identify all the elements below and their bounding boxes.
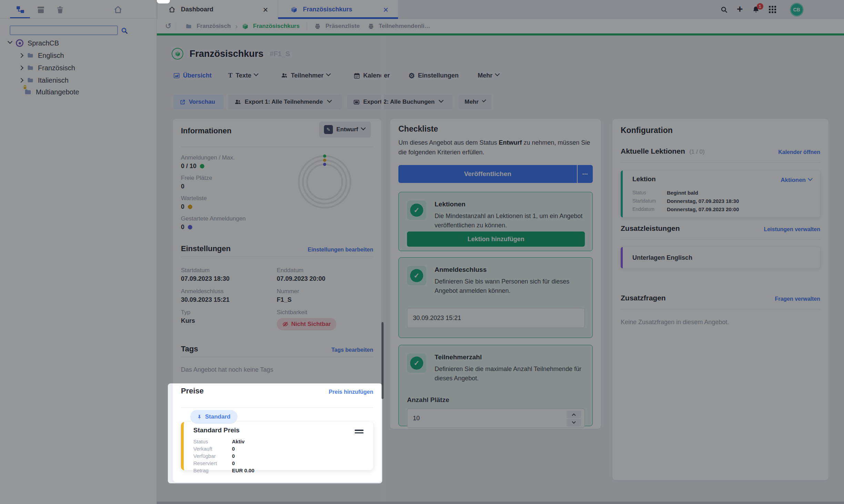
info-title: Informationen <box>181 126 232 135</box>
sidebar-search-input[interactable] <box>10 25 118 35</box>
export2-button[interactable]: Export 2: Alle Buchungen <box>347 94 452 110</box>
checklist-item-text: Die Mindestanzahl an Lektionen ist 1, um… <box>435 212 585 230</box>
page-title: Französischkurs <box>190 49 264 59</box>
kalender-oeffnen-link[interactable]: Kalender öffnen <box>778 149 820 155</box>
course-tab-kalender[interactable]: Kalender <box>354 70 390 81</box>
breadcrumb-item-active[interactable]: Französischkurs <box>253 23 299 30</box>
tab-dashboard[interactable]: Dashboard × <box>157 0 278 19</box>
stepper-down-button[interactable] <box>567 419 581 426</box>
zusatzleistungen-title: Zusatzleistungen <box>621 224 680 233</box>
tab-franzoesischkurs[interactable]: Französischkurs × <box>278 0 398 19</box>
tree-item-label: Multiangebote <box>36 88 79 96</box>
course-tab-uebersicht[interactable]: Übersicht <box>173 70 212 81</box>
preis-add-link[interactable]: Preis hinzufügen <box>329 389 373 395</box>
field-label: Typ <box>181 309 190 316</box>
add-icon[interactable]: + <box>737 4 743 14</box>
checklist-item-anmeldeschluss: ✓ Anmeldeschluss Definieren Sie bis wann… <box>398 257 593 338</box>
tree-item-englisch[interactable]: Englisch <box>19 50 64 61</box>
zusatzleistung-item[interactable]: Unterlagen Englisch <box>621 247 820 268</box>
printer-icon <box>314 23 321 30</box>
tab-label: Dashboard <box>181 6 213 13</box>
notifications-bell-icon[interactable]: 1 <box>752 6 760 13</box>
sidebar-search-icon[interactable] <box>121 27 128 34</box>
scrollbar-thumb[interactable] <box>382 322 384 399</box>
breadcrumb-item[interactable]: Teilnehmendenli… <box>379 23 430 30</box>
chevron-right-icon[interactable] <box>19 65 23 70</box>
drag-handle[interactable] <box>355 430 364 433</box>
history-icon[interactable]: ↺ <box>165 22 171 30</box>
apps-grid-icon[interactable] <box>769 6 776 13</box>
tab-label: Französischkurs <box>303 6 352 13</box>
sidebar-toolbar-divider <box>0 18 157 19</box>
more-button[interactable]: Mehr <box>458 94 491 110</box>
publish-button[interactable]: Veröffentlichen <box>398 165 577 183</box>
check-circle-icon: ✓ <box>410 357 423 370</box>
tree-item-multiangebote[interactable]: Multiangebote <box>24 86 79 98</box>
checklist-item-teilnehmerzahl: ✓ Teilnehmerzahl Definieren Sie die maxi… <box>398 345 593 426</box>
chevron-right-icon[interactable] <box>19 78 23 83</box>
check-circle-icon: ✓ <box>410 269 423 282</box>
close-icon[interactable]: × <box>263 5 268 14</box>
stat-label: Freie Plätze <box>181 175 212 182</box>
anmeldeschluss-input-value: 30.09.2023 15:21 <box>413 315 461 322</box>
lektion-row: Startdatum Donnerstag, 07.09.2023 18:30 <box>632 197 739 205</box>
status-dropdown[interactable]: ✎ Entwurf <box>319 122 371 137</box>
sidebar-home-icon[interactable] <box>114 6 122 14</box>
field-label: Enddatum <box>277 267 304 274</box>
folder-icon <box>27 77 34 84</box>
price-row: StatusAktiv <box>193 438 254 445</box>
anzahl-plaetze-input[interactable]: 10 <box>407 409 585 428</box>
preview-button[interactable]: Vorschau <box>173 94 224 110</box>
leistungen-verwalten-link[interactable]: Leistungen verwalten <box>764 226 820 233</box>
check-circle-icon: ✓ <box>410 204 423 217</box>
anmeldeschluss-input[interactable]: 30.09.2023 15:21 <box>407 308 585 328</box>
avatar[interactable]: CB <box>790 3 804 17</box>
publish-more-button[interactable]: ••• <box>578 165 593 183</box>
aktionen-dropdown[interactable]: Aktionen <box>781 177 812 184</box>
export1-button[interactable]: Export 1: Alle Teilnehmende <box>228 94 342 110</box>
printer-icon <box>368 23 374 30</box>
field-label: Startdatum <box>181 267 210 274</box>
settings-edit-link[interactable]: Einstellungen bearbeiten <box>308 247 373 253</box>
breadcrumb-item[interactable]: Französisch <box>196 23 231 30</box>
pencil-icon: ✎ <box>324 125 333 134</box>
field-value: 07.09.2023 20:00 <box>277 275 325 282</box>
tags-edit-link[interactable]: Tags bearbeiten <box>331 347 373 353</box>
radio-target-icon <box>16 39 23 47</box>
publish-button-label: Veröffentlichen <box>464 170 511 178</box>
breadcrumb-item[interactable]: Präsenzliste <box>325 23 359 30</box>
chevron-down-icon[interactable] <box>8 39 12 44</box>
anzahl-plaetze-input-value: 10 <box>413 415 420 422</box>
tree-item-sprachcb[interactable]: SprachCB <box>8 38 59 48</box>
add-lektion-button[interactable]: Lektion hinzufügen <box>407 232 585 247</box>
sidebar: SprachCB Englisch Französisch Italienisc… <box>0 0 157 504</box>
chevron-down-icon <box>482 98 486 102</box>
chevron-right-icon[interactable] <box>19 53 23 58</box>
publish-split-button: Veröffentlichen ••• <box>398 165 593 183</box>
field-label: Sichtbarkeit <box>277 309 307 316</box>
tree-item-franzoesisch[interactable]: Französisch <box>19 63 75 73</box>
course-tab-einstellungen[interactable]: ⚙ Einstellungen <box>408 70 459 81</box>
stepper-up-button[interactable] <box>567 411 581 418</box>
tree-item-label: Italienisch <box>38 76 69 84</box>
course-tab-mehr[interactable]: Mehr <box>478 70 499 81</box>
fragen-verwalten-link[interactable]: Fragen verwalten <box>775 296 820 302</box>
archive-icon[interactable] <box>37 6 45 14</box>
horizontal-scrollbar[interactable] <box>157 502 844 504</box>
course-tab-texte[interactable]: T Texte <box>228 70 258 81</box>
zusatzleistung-accent <box>621 247 623 268</box>
stat-label: Gestartete Anmeldungen <box>181 215 246 222</box>
calendar-icon <box>354 72 360 79</box>
tree-view-icon[interactable] <box>16 5 25 14</box>
course-tab-teilnehmer[interactable]: Teilnehmer <box>281 70 330 81</box>
cube-icon <box>242 23 248 30</box>
search-icon[interactable] <box>720 6 728 13</box>
chevron-down-icon <box>495 71 500 76</box>
close-icon[interactable]: × <box>383 5 388 14</box>
trash-icon[interactable] <box>56 6 64 14</box>
breadcrumb-divider <box>307 22 307 31</box>
gear-icon: ⚙ <box>408 72 415 79</box>
tree-item-italienisch[interactable]: Italienisch <box>19 75 69 85</box>
scrollbar-track[interactable] <box>381 35 384 502</box>
ellipsis-icon: ••• <box>582 172 588 177</box>
